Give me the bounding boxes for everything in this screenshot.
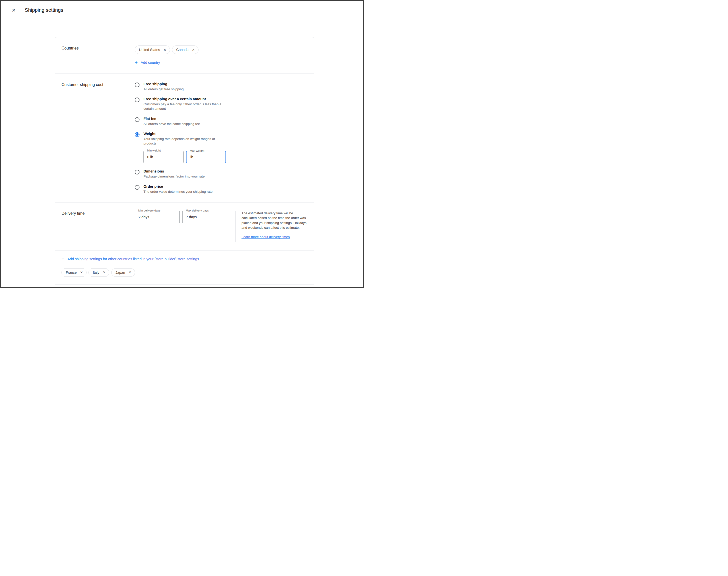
country-chip-france[interactable]: France ✕ xyxy=(61,268,87,277)
remove-country-icon[interactable]: ✕ xyxy=(163,48,167,52)
add-country-label: Add country xyxy=(141,60,160,64)
other-countries-section: + Add shipping settings for other countr… xyxy=(55,250,314,284)
option-title: Flat fee xyxy=(144,117,200,121)
other-countries-chip-row: France ✕ Italy ✕ Japan ✕ xyxy=(61,268,308,277)
min-weight-value: 0 lb xyxy=(147,155,153,159)
option-free-shipping-over-amount: Free shipping over a certain amount Cust… xyxy=(135,97,308,111)
option-desc: Your shipping rate depends on weight ran… xyxy=(144,137,226,146)
add-country-button[interactable]: + Add country xyxy=(135,60,160,65)
remove-country-icon[interactable]: ✕ xyxy=(102,270,106,275)
option-free-shipping: Free shipping All orders get free shippi… xyxy=(135,82,308,91)
text-cursor xyxy=(190,155,190,159)
max-delivery-days-value: 7 days xyxy=(186,215,197,219)
radio-order-price[interactable] xyxy=(135,185,140,190)
max-weight-label: Max weight xyxy=(189,149,205,152)
page-title: Shipping settings xyxy=(25,7,63,13)
shipping-cost-section: Customer shipping cost Free shipping All… xyxy=(55,74,314,202)
chip-label: France xyxy=(66,270,77,275)
dialog-header: ✕ Shipping settings xyxy=(1,1,363,19)
delivery-time-label: Delivery time xyxy=(61,211,135,242)
option-flat-fee: Flat fee All orders have the same shippi… xyxy=(135,117,308,126)
remove-country-icon[interactable]: ✕ xyxy=(192,48,195,52)
add-other-countries-label: Add shipping settings for other countrie… xyxy=(67,257,199,261)
country-chip-canada[interactable]: Canada ✕ xyxy=(172,46,199,54)
option-weight: Weight Your shipping rate depends on wei… xyxy=(135,132,308,146)
option-title: Dimensions xyxy=(144,169,205,173)
countries-chip-row: United States ✕ Canada ✕ xyxy=(135,46,308,54)
shipping-cost-label: Customer shipping cost xyxy=(61,82,135,194)
shipping-settings-card: Countries United States ✕ Canada ✕ + Add… xyxy=(55,37,314,288)
radio-weight[interactable] xyxy=(135,132,140,137)
country-chip-japan[interactable]: Japan ✕ xyxy=(111,268,135,277)
radio-dimensions[interactable] xyxy=(135,170,140,174)
shipping-settings-page: { "colors": { "accent": "#1a73e8", "text… xyxy=(0,0,364,288)
option-order-price: Order price The order value determines y… xyxy=(135,184,308,194)
max-delivery-days-label: Max delivery days xyxy=(185,209,210,212)
remove-country-icon[interactable]: ✕ xyxy=(128,270,132,275)
radio-free-shipping[interactable] xyxy=(135,83,140,87)
plus-icon: + xyxy=(61,257,64,261)
delivery-time-section: Delivery time Min delivery days 2 days M… xyxy=(55,202,314,250)
option-title: Free shipping over a certain amount xyxy=(144,97,226,101)
option-desc: Customers pay a fee only if their order … xyxy=(144,102,226,111)
plus-icon: + xyxy=(135,60,138,65)
chip-label: Canada xyxy=(176,48,188,52)
max-weight-field[interactable]: Max weight lb xyxy=(186,151,226,163)
option-title: Weight xyxy=(144,132,226,136)
weight-fields-row: Min weight 0 lb Max weight lb xyxy=(144,151,308,163)
country-chip-united-states[interactable]: United States ✕ xyxy=(135,46,170,54)
min-delivery-days-value: 2 days xyxy=(139,215,149,219)
close-icon[interactable]: ✕ xyxy=(9,6,18,15)
option-dimensions: Dimensions Package dimensions factor int… xyxy=(135,169,308,179)
delivery-help-text: The estimated delivery time will be calc… xyxy=(241,211,308,230)
radio-free-shipping-over-amount[interactable] xyxy=(135,97,140,102)
footer: Save Back xyxy=(55,284,314,288)
chip-label: Italy xyxy=(93,270,99,275)
radio-flat-fee[interactable] xyxy=(135,117,140,122)
option-desc: All orders have the same shipping fee xyxy=(144,122,200,126)
min-weight-label: Min weight xyxy=(146,149,162,152)
min-delivery-days-field[interactable]: Min delivery days 2 days xyxy=(135,211,180,223)
max-delivery-days-field[interactable]: Max delivery days 7 days xyxy=(182,211,227,223)
max-weight-value: lb xyxy=(191,155,193,159)
country-chip-italy[interactable]: Italy ✕ xyxy=(88,268,109,277)
option-desc: Package dimensions factor into your rate xyxy=(144,174,205,179)
min-delivery-days-label: Min delivery days xyxy=(137,209,162,212)
option-desc: The order value determines your shipping… xyxy=(144,190,212,194)
min-weight-field[interactable]: Min weight 0 lb xyxy=(144,151,183,163)
learn-more-delivery-times-link[interactable]: Learn more about delivery times xyxy=(241,234,290,239)
add-other-countries-button[interactable]: + Add shipping settings for other countr… xyxy=(61,257,199,261)
option-title: Order price xyxy=(144,184,212,189)
option-title: Free shipping xyxy=(144,82,184,86)
countries-label: Countries xyxy=(61,46,135,65)
remove-country-icon[interactable]: ✕ xyxy=(80,270,84,275)
option-desc: All orders get free shipping xyxy=(144,87,184,91)
chip-label: United States xyxy=(139,48,160,52)
countries-section: Countries United States ✕ Canada ✕ + Add… xyxy=(55,37,314,74)
delivery-fields-row: Min delivery days 2 days Max delivery da… xyxy=(135,211,227,223)
chip-label: Japan xyxy=(116,270,125,275)
